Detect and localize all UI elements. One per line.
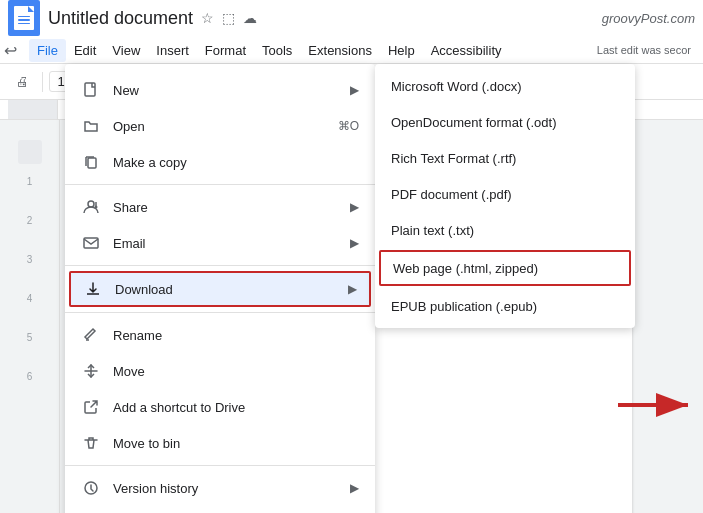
move-icon — [81, 361, 101, 381]
line-num-3: 3 — [27, 254, 33, 265]
new-doc-icon — [81, 80, 101, 100]
new-arrow: ▶ — [350, 83, 359, 97]
brand-text: groovyPost.com — [602, 11, 695, 26]
undo-icon: ↩ — [4, 41, 17, 60]
left-icon-1 — [18, 140, 42, 164]
email-icon — [81, 233, 101, 253]
epub-label: EPUB publication (.epub) — [391, 299, 537, 314]
svg-point-2 — [88, 201, 94, 207]
menu-item-view[interactable]: View — [104, 39, 148, 62]
print-icon[interactable]: 🖨 — [8, 68, 36, 96]
line-num-6: 6 — [27, 371, 33, 382]
shortcut-label: Add a shortcut to Drive — [113, 400, 359, 415]
line-num-1: 1 — [27, 176, 33, 187]
menu-offline[interactable]: Make available offline — [65, 506, 375, 513]
new-label: New — [113, 83, 346, 98]
submenu-pdf[interactable]: PDF document (.pdf) — [375, 176, 635, 212]
rename-label: Rename — [113, 328, 359, 343]
open-shortcut: ⌘O — [338, 119, 359, 133]
title-row: Untitled document ☆ ⬚ ☁ — [48, 8, 257, 29]
bin-label: Move to bin — [113, 436, 359, 451]
history-icon — [81, 478, 101, 498]
share-label: Share — [113, 200, 346, 215]
share-arrow: ▶ — [350, 200, 359, 214]
open-icon — [81, 116, 101, 136]
rename-icon — [81, 325, 101, 345]
menu-item-extensions[interactable]: Extensions — [300, 39, 380, 62]
menu-rename[interactable]: Rename — [65, 317, 375, 353]
pdf-label: PDF document (.pdf) — [391, 187, 512, 202]
menu-move[interactable]: Move — [65, 353, 375, 389]
last-edit-text: Last edit was secor — [597, 44, 691, 56]
menu-share[interactable]: Share ▶ — [65, 189, 375, 225]
menu-item-format[interactable]: Format — [197, 39, 254, 62]
menu-item-insert[interactable]: Insert — [148, 39, 197, 62]
red-arrow-indicator — [618, 385, 698, 434]
email-arrow: ▶ — [350, 236, 359, 250]
app-header: Untitled document ☆ ⬚ ☁ groovyPost.com ↩… — [0, 0, 703, 64]
line-num-2: 2 — [27, 215, 33, 226]
email-label: Email — [113, 236, 346, 251]
doc-title: Untitled document — [48, 8, 193, 29]
svg-rect-1 — [88, 158, 96, 168]
html-label: Web page (.html, zipped) — [393, 261, 538, 276]
left-margin: 1 2 3 4 5 6 — [0, 120, 60, 513]
odt-label: OpenDocument format (.odt) — [391, 115, 556, 130]
menu-item-accessibility[interactable]: Accessibility — [423, 39, 510, 62]
submenu-odt[interactable]: OpenDocument format (.odt) — [375, 104, 635, 140]
history-arrow: ▶ — [350, 481, 359, 495]
submenu-epub[interactable]: EPUB publication (.epub) — [375, 288, 635, 324]
svg-rect-0 — [85, 83, 95, 96]
menu-item-edit[interactable]: Edit — [66, 39, 104, 62]
menu-new[interactable]: New ▶ — [65, 72, 375, 108]
download-icon — [83, 279, 103, 299]
menu-add-shortcut[interactable]: Add a shortcut to Drive — [65, 389, 375, 425]
line-num-4: 4 — [27, 293, 33, 304]
txt-label: Plain text (.txt) — [391, 223, 474, 238]
submenu-rtf[interactable]: Rich Text Format (.rtf) — [375, 140, 635, 176]
rtf-label: Rich Text Format (.rtf) — [391, 151, 516, 166]
star-icon[interactable]: ☆ — [201, 10, 214, 26]
doc-lines — [18, 16, 30, 25]
submenu-html[interactable]: Web page (.html, zipped) — [379, 250, 631, 286]
menu-bar: ↩ File Edit View Insert Format Tools Ext… — [0, 36, 703, 64]
menu-item-tools[interactable]: Tools — [254, 39, 300, 62]
share-icon — [81, 197, 101, 217]
file-menu-section-4: Rename Move Add a shortcut to Drive Move… — [65, 313, 375, 466]
menu-item-file[interactable]: File — [29, 39, 66, 62]
docx-label: Microsoft Word (.docx) — [391, 79, 522, 94]
shortcut-icon — [81, 397, 101, 417]
download-arrow: ▶ — [348, 282, 357, 296]
download-submenu: Microsoft Word (.docx) OpenDocument form… — [375, 64, 635, 328]
cloud-icon[interactable]: ☁ — [243, 10, 257, 26]
move-label: Move — [113, 364, 359, 379]
menu-email[interactable]: Email ▶ — [65, 225, 375, 261]
header-top: Untitled document ☆ ⬚ ☁ groovyPost.com — [0, 0, 703, 36]
menu-version-history[interactable]: Version history ▶ — [65, 470, 375, 506]
ruler-left — [8, 100, 58, 119]
svg-rect-4 — [84, 238, 98, 248]
doc-icon-inner — [14, 6, 34, 30]
trash-icon — [81, 433, 101, 453]
doc-line — [18, 23, 30, 25]
file-menu: New ▶ Open ⌘O Make a copy Share ▶ — [65, 64, 375, 513]
menu-open[interactable]: Open ⌘O — [65, 108, 375, 144]
download-label: Download — [115, 282, 344, 297]
menu-move-to-bin[interactable]: Move to bin — [65, 425, 375, 461]
line-num-5: 5 — [27, 332, 33, 343]
version-history-label: Version history — [113, 481, 346, 496]
open-label: Open — [113, 119, 330, 134]
menu-copy[interactable]: Make a copy — [65, 144, 375, 180]
copy-icon — [81, 152, 101, 172]
file-menu-section-1: New ▶ Open ⌘O Make a copy — [65, 68, 375, 185]
drive-icon[interactable]: ⬚ — [222, 10, 235, 26]
file-menu-section-3: Download ▶ — [65, 266, 375, 313]
copy-label: Make a copy — [113, 155, 359, 170]
submenu-txt[interactable]: Plain text (.txt) — [375, 212, 635, 248]
doc-line — [18, 19, 30, 21]
toolbar-sep — [42, 72, 43, 92]
menu-item-help[interactable]: Help — [380, 39, 423, 62]
submenu-docx[interactable]: Microsoft Word (.docx) — [375, 68, 635, 104]
doc-icon — [8, 0, 40, 36]
menu-download[interactable]: Download ▶ — [69, 271, 371, 307]
